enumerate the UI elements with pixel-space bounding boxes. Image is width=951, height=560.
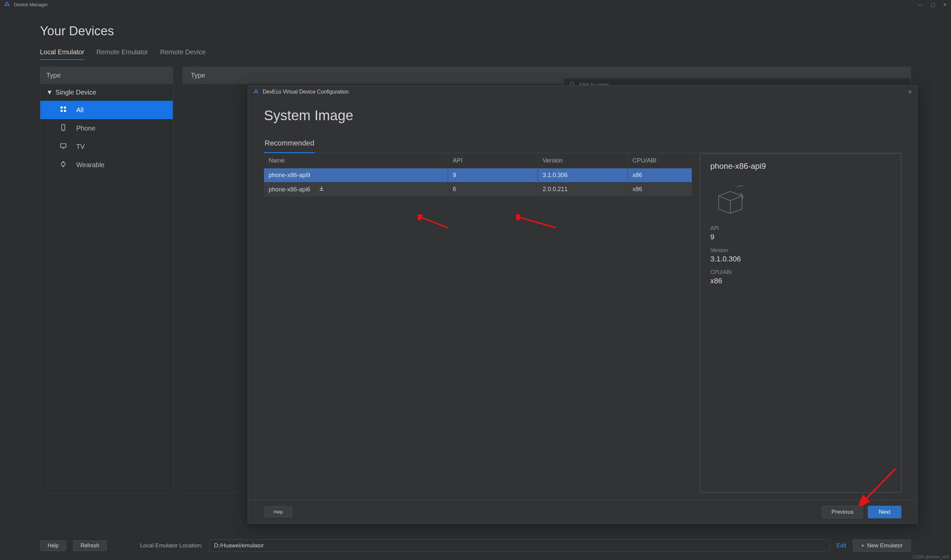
col-name[interactable]: Name [264,153,448,168]
sidebar-group-single-device[interactable]: ▼ Single Device [40,84,173,101]
cell-version: 3.1.0.306 [538,168,628,182]
dialog-title: DevEco Virtual Device Configuration [263,89,349,95]
col-version[interactable]: Version [538,153,628,168]
dialog-help-button[interactable]: Help [264,506,292,517]
detail-panel: phone-x86-api9 API 9 Version [700,153,902,493]
sidebar-group-label: Single Device [55,89,96,96]
grid-icon [58,106,68,115]
detail-cpu-label: CPU/ABI [710,269,891,275]
detail-api-label: API [710,225,891,231]
watermark: CSDN @Aileen_0v0 [913,555,949,559]
svg-rect-2 [61,106,63,109]
phone-icon [58,124,68,133]
cell-cpu: x86 [628,182,692,197]
dialog-titlebar: DevEco Virtual Device Configuration ✕ [248,86,917,98]
open-box-icon [710,177,750,217]
device-source-tabs: Local Emulator Remote Emulator Remote De… [40,48,911,60]
dialog-heading: System Image [264,108,902,123]
cell-api: 6 [448,182,538,197]
cell-name: phone-x86-api6 [264,182,448,197]
window-title: Device Manager [14,2,48,7]
svg-rect-8 [61,144,66,148]
new-emulator-label: New Emulator [867,542,903,549]
new-emulator-button[interactable]: + New Emulator [853,539,911,552]
previous-button[interactable]: Previous [822,506,863,518]
footer-bar: Help Refresh Local Emulator Location: Ed… [40,539,911,552]
tab-local-emulator[interactable]: Local Emulator [40,48,84,60]
detail-cpu-value: x86 [710,277,891,285]
sidebar-item-label: All [76,106,83,114]
sidebar-item-wearable[interactable]: Wearable [40,156,173,174]
app-logo-icon [253,89,259,95]
sidebar-header: Type [40,67,173,84]
detail-version-label: Version [710,248,891,253]
svg-rect-3 [64,106,66,109]
location-input[interactable] [209,539,830,552]
dialog-footer: Help Previous Next [248,500,917,523]
location-label: Local Emulator Location: [140,542,202,549]
titlebar: Device Manager — ▢ ✕ [0,0,951,9]
sidebar-item-label: Phone [76,125,95,132]
refresh-button[interactable]: Refresh [73,540,107,551]
col-api[interactable]: API [448,153,538,168]
detail-api-value: 9 [710,233,891,242]
col-cpu[interactable]: CPU/ABI [628,153,692,168]
close-button[interactable]: ✕ [943,2,947,7]
sidebar-item-all[interactable]: All [40,101,173,119]
edit-link[interactable]: Edit [837,542,846,549]
next-button[interactable]: Next [868,506,902,518]
plus-icon: + [861,542,865,549]
virtual-device-config-dialog: DevEco Virtual Device Configuration ✕ Sy… [248,85,918,524]
svg-rect-5 [64,110,66,112]
type-sidebar: Type ▼ Single Device All Phone [40,66,173,493]
cell-cpu: x86 [628,168,692,182]
detail-title: phone-x86-api9 [710,162,891,171]
cell-name: phone-x86-api9 [264,168,448,182]
watch-icon [58,160,68,169]
sidebar-item-label: Wearable [76,161,105,169]
tv-icon [58,142,68,151]
cell-name-text: phone-x86-api6 [269,186,310,193]
sidebar-item-label: TV [76,143,85,151]
svg-point-10 [62,163,65,166]
tab-recommended[interactable]: Recommended [264,135,315,153]
tab-remote-emulator[interactable]: Remote Emulator [96,48,148,60]
tab-remote-device[interactable]: Remote Device [160,48,206,60]
cell-version: 2.0.0.211 [538,182,628,197]
download-icon[interactable] [319,186,325,193]
table-row[interactable]: phone-x86-api9 9 3.1.0.306 x86 [264,168,692,182]
app-logo-icon [4,2,10,8]
page-title: Your Devices [40,24,911,38]
image-tabs: Recommended [264,135,902,153]
system-image-table: Name API Version CPU/ABI phone-x86-api9 … [264,153,692,197]
help-button[interactable]: Help [40,540,66,551]
sidebar-item-phone[interactable]: Phone [40,119,173,137]
cell-api: 9 [448,168,538,182]
table-row[interactable]: phone-x86-api6 6 2.0.0.211 x86 [264,182,692,197]
maximize-button[interactable]: ▢ [931,2,935,7]
detail-version-value: 3.1.0.306 [710,255,891,263]
minimize-button[interactable]: — [918,2,923,7]
chevron-down-icon: ▼ [46,89,53,96]
svg-point-4 [61,110,63,112]
sidebar-item-tv[interactable]: TV [40,137,173,156]
dialog-close-button[interactable]: ✕ [908,89,912,95]
